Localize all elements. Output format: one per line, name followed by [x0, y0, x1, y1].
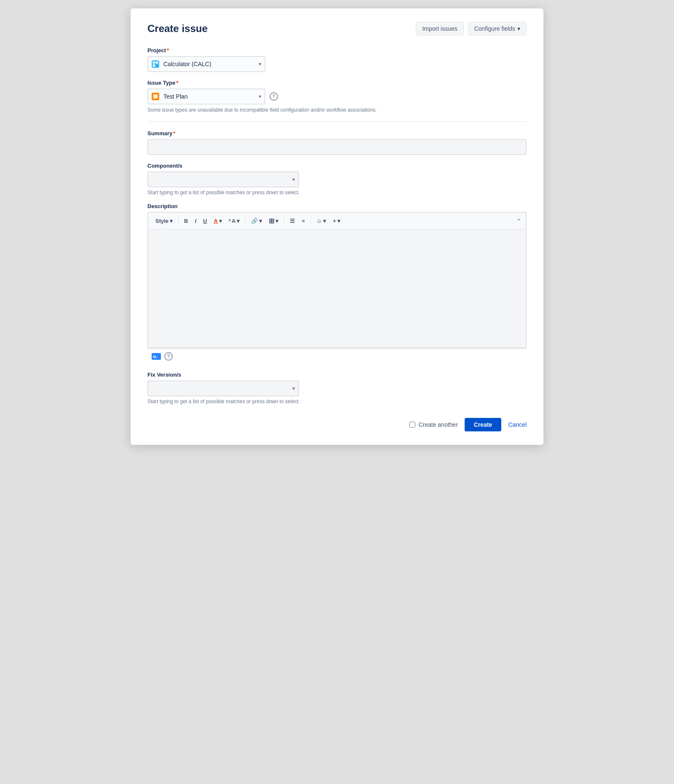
summary-required-star: *	[173, 130, 175, 136]
component-field-section: Component/s ▾ Start typing to get a list…	[147, 163, 527, 195]
create-another-label[interactable]: Create another	[418, 421, 457, 428]
summary-label: Summary *	[147, 130, 527, 136]
toolbar-bold-button[interactable]: B	[181, 216, 191, 226]
description-help-icon[interactable]: ?	[164, 352, 173, 361]
toolbar-separator-2	[245, 217, 246, 225]
numbered-list-icon: ≡	[302, 218, 305, 224]
toolbar-table-button[interactable]: ⊞ ▾	[266, 215, 281, 227]
table-icon: ⊞	[269, 217, 274, 225]
issue-type-help-icon[interactable]: ?	[270, 92, 278, 101]
toolbar-separator-1	[178, 217, 179, 225]
description-editor-body[interactable]	[148, 230, 526, 348]
create-button[interactable]: Create	[465, 418, 502, 431]
toolbar-font-size-button[interactable]: ᴬA ▾	[226, 216, 243, 226]
create-another-checkbox[interactable]	[409, 422, 415, 428]
editor-collapse-icon[interactable]: ⌃	[516, 218, 522, 225]
plus-icon: +	[333, 218, 336, 224]
toolbar-numbered-list-button[interactable]: ≡	[299, 216, 308, 226]
fix-version-label: Fix Version/s	[147, 372, 527, 378]
configure-fields-button[interactable]: Configure fields ▾	[468, 22, 527, 35]
toolbar-text-color-button[interactable]: A ▾	[211, 216, 225, 226]
text-color-chevron-icon: ▾	[219, 218, 222, 224]
toolbar-emoji-button[interactable]: ☺ ▾	[313, 216, 329, 226]
emoji-icon: ☺	[316, 218, 322, 224]
project-select[interactable]: Calculator (CALC)	[147, 56, 265, 72]
text-color-a-icon: A	[214, 218, 217, 224]
link-chevron-icon: ▾	[259, 218, 262, 224]
project-select-wrapper: Calculator (CALC) ▾	[147, 56, 265, 72]
style-chevron-icon: ▾	[170, 218, 173, 224]
fix-version-select[interactable]	[147, 380, 299, 396]
editor-markdown-icon: M↓	[152, 353, 161, 360]
component-hint-text: Start typing to get a list of possible m…	[147, 190, 527, 195]
fix-version-select-wrapper: ▾	[147, 380, 299, 396]
project-required-star: *	[167, 47, 169, 54]
component-select[interactable]	[147, 171, 299, 187]
plus-chevron-icon: ▾	[337, 218, 340, 224]
description-editor: Style ▾ B I U A ▾ ᴬA	[147, 212, 527, 348]
create-another-row: Create another	[409, 421, 457, 428]
summary-input[interactable]	[147, 139, 527, 155]
form-footer: Create another Create Cancel	[147, 418, 527, 431]
toolbar-style-button[interactable]: Style ▾	[152, 216, 176, 226]
project-field-section: Project * Calculator (CALC) ▾	[147, 47, 527, 72]
issue-type-required-star: *	[176, 80, 178, 86]
issue-type-row: Test Plan ▾ ?	[147, 88, 527, 104]
toolbar-italic-button[interactable]: I	[192, 216, 199, 226]
cancel-button[interactable]: Cancel	[508, 421, 527, 428]
toolbar-bullet-list-button[interactable]: ☰	[287, 216, 298, 226]
font-size-chevron-icon: ▾	[237, 218, 240, 224]
toolbar-separator-3	[284, 217, 284, 225]
description-field-section: Description Style ▾ B I U A	[147, 203, 527, 364]
description-label: Description	[147, 203, 527, 209]
fix-version-hint-text: Start typing to get a list of possible m…	[147, 399, 527, 404]
editor-toolbar: Style ▾ B I U A ▾ ᴬA	[148, 213, 526, 230]
import-issues-button[interactable]: Import issues	[416, 22, 463, 35]
toolbar-link-button[interactable]: 🔗 ▾	[248, 216, 265, 226]
toolbar-underline-button[interactable]: U	[200, 216, 210, 226]
page-title: Create issue	[147, 23, 208, 35]
issue-type-field-section: Issue Type * Test Plan ▾ ? Some issue ty…	[147, 80, 527, 113]
fix-version-field-section: Fix Version/s ▾ Start typing to get a li…	[147, 372, 527, 404]
link-icon: 🔗	[251, 218, 258, 224]
toolbar-plus-button[interactable]: + ▾	[330, 216, 343, 226]
emoji-chevron-icon: ▾	[323, 218, 326, 224]
create-issue-modal: Create issue Import issues Configure fie…	[131, 8, 543, 445]
table-chevron-icon: ▾	[275, 218, 278, 224]
issue-type-select[interactable]: Test Plan	[147, 88, 265, 104]
modal-header: Create issue Import issues Configure fie…	[147, 22, 527, 35]
header-buttons: Import issues Configure fields ▾	[416, 22, 527, 35]
issue-type-label: Issue Type *	[147, 80, 527, 86]
editor-footer: M↓ ?	[147, 348, 527, 364]
issue-type-select-wrapper: Test Plan ▾	[147, 88, 265, 104]
bullet-list-icon: ☰	[290, 218, 295, 224]
summary-field-section: Summary *	[147, 130, 527, 155]
component-label: Component/s	[147, 163, 527, 169]
issue-type-info-text: Some issue types are unavailable due to …	[147, 107, 527, 113]
component-select-wrapper: ▾	[147, 171, 299, 187]
project-label: Project *	[147, 47, 527, 54]
section-divider	[147, 121, 527, 122]
svg-text:M↓: M↓	[153, 355, 158, 359]
toolbar-separator-4	[310, 217, 311, 225]
chevron-down-icon: ▾	[517, 25, 520, 32]
